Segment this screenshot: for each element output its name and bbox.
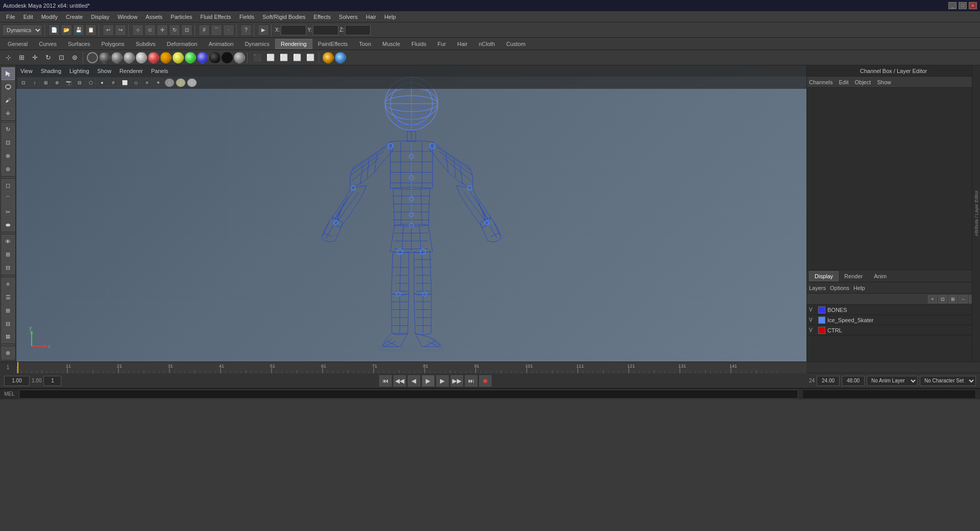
- cut-tool-btn[interactable]: ✂: [2, 206, 15, 219]
- select-tool-btn[interactable]: [2, 67, 15, 80]
- move-tool-btn[interactable]: ✛: [2, 107, 15, 120]
- tab-dynamics[interactable]: Dynamics: [239, 39, 275, 49]
- layer-subtab-help[interactable]: Help: [853, 285, 865, 291]
- menu-modify[interactable]: Modify: [37, 13, 62, 21]
- layer-iss-visible[interactable]: V: [809, 317, 816, 323]
- vp-grid-btn[interactable]: #: [108, 78, 118, 87]
- mode-dropdown[interactable]: Dynamics: [2, 25, 42, 36]
- script-output[interactable]: [802, 390, 976, 399]
- new-file-btn[interactable]: 📄: [48, 25, 60, 36]
- snap-curve-btn[interactable]: ⌒: [211, 25, 222, 36]
- layer-tab-anim[interactable]: Anim: [868, 271, 892, 281]
- tab-painteffects[interactable]: PaintEffects: [312, 39, 354, 49]
- prev-frame-btn[interactable]: ◀: [408, 375, 420, 387]
- layer-bones-color[interactable]: [818, 306, 825, 313]
- render-ipo-btn[interactable]: ⬜: [304, 52, 316, 64]
- shade-gray-btn[interactable]: [234, 52, 245, 63]
- menu-effects[interactable]: Effects: [310, 13, 335, 21]
- menu-hair[interactable]: Hair: [362, 13, 380, 21]
- shade-glass-btn[interactable]: [136, 52, 147, 63]
- timeline-ruler[interactable]: 1: [0, 361, 980, 373]
- cb-tab-show[interactable]: Show: [877, 79, 891, 85]
- timeline-track[interactable]: [16, 362, 806, 373]
- layer-tab-render[interactable]: Render: [839, 271, 868, 281]
- layer-ctrl-visible[interactable]: V: [809, 327, 816, 333]
- undo-btn[interactable]: ↩: [103, 25, 114, 36]
- paint-select-btn[interactable]: 🖌: [2, 94, 15, 107]
- cb-tab-channels[interactable]: Channels: [809, 79, 832, 85]
- viewport[interactable]: View Shading Lighting Show Renderer Pane…: [16, 65, 806, 361]
- shade-color2-btn[interactable]: [160, 52, 172, 63]
- vp-iso-btn[interactable]: ◇: [131, 78, 141, 87]
- vp-scale-btn[interactable]: ⊞: [41, 78, 51, 87]
- menu-fluid-effects[interactable]: Fluid Effects: [197, 13, 235, 21]
- redo-btn[interactable]: ↪: [115, 25, 126, 36]
- layer-row-ctrl[interactable]: V CTRL: [807, 325, 980, 335]
- menu-particles[interactable]: Particles: [166, 13, 196, 21]
- layer-btn-5[interactable]: ⊠: [2, 330, 15, 343]
- layer-bones-visible[interactable]: V: [809, 307, 816, 312]
- save-as-btn[interactable]: 📋: [85, 25, 96, 36]
- shade-color4-btn[interactable]: [185, 52, 196, 63]
- tab-fur[interactable]: Fur: [432, 39, 452, 49]
- x-input[interactable]: [281, 25, 306, 35]
- skip-start-btn[interactable]: ⏮: [379, 375, 391, 387]
- vp-select-all-btn[interactable]: ⊡: [18, 78, 29, 87]
- record-btn[interactable]: ⏺: [479, 375, 492, 387]
- vp-menu-view[interactable]: View: [20, 68, 33, 74]
- character-set-select[interactable]: No Character Set: [920, 376, 976, 386]
- tab-surfaces[interactable]: Surfaces: [62, 39, 95, 49]
- menu-create[interactable]: Create: [62, 13, 87, 21]
- vp-wireframe-btn[interactable]: ⬡: [86, 78, 96, 87]
- vp-light1-btn[interactable]: ○: [164, 78, 175, 87]
- playback-end-input[interactable]: [817, 376, 840, 386]
- light-orb-btn[interactable]: [323, 52, 334, 63]
- tab-polygons[interactable]: Polygons: [95, 39, 130, 49]
- move-icon-btn[interactable]: ✛: [29, 52, 41, 64]
- skip-end-btn[interactable]: ⏭: [465, 375, 477, 387]
- vp-light3-btn[interactable]: ○: [187, 78, 197, 87]
- vp-menu-show[interactable]: Show: [97, 68, 112, 74]
- step-back-btn[interactable]: ◀◀: [394, 375, 406, 387]
- shade-wireframe-btn[interactable]: [87, 52, 98, 63]
- soft-select-btn[interactable]: ⊛: [68, 52, 81, 64]
- manip-tool-btn[interactable]: ⊕: [2, 150, 15, 162]
- tab-toon[interactable]: Toon: [353, 39, 377, 49]
- tab-hair[interactable]: Hair: [452, 39, 473, 49]
- tab-muscle[interactable]: Muscle: [377, 39, 406, 49]
- tab-ncloth[interactable]: nCloth: [473, 39, 501, 49]
- menu-window[interactable]: Window: [113, 13, 141, 21]
- ungroup-btn[interactable]: ⊟: [2, 261, 15, 274]
- tab-curves[interactable]: Curves: [33, 39, 62, 49]
- layer-sel-btn[interactable]: ⊡: [938, 295, 947, 303]
- snap-point-btn[interactable]: ·: [223, 25, 234, 36]
- select-object-btn[interactable]: ⊞: [15, 52, 28, 64]
- vp-manip-btn[interactable]: ⊛: [52, 78, 62, 87]
- layer-subtab-options[interactable]: Options: [830, 285, 849, 291]
- vp-menu-renderer[interactable]: Renderer: [119, 68, 143, 74]
- question-btn[interactable]: ?: [240, 25, 252, 36]
- menu-display[interactable]: Display: [87, 13, 113, 21]
- save-file-btn[interactable]: 💾: [73, 25, 84, 36]
- scale-tool-btn[interactable]: ⊡: [2, 136, 15, 149]
- vp-frame-btn[interactable]: ⬜: [119, 78, 130, 87]
- layer-iss-color[interactable]: [818, 317, 825, 324]
- tab-general[interactable]: General: [2, 39, 33, 49]
- soft-mod-btn[interactable]: ⊛: [2, 163, 15, 176]
- vp-menu-panels[interactable]: Panels: [151, 68, 168, 74]
- vp-smooth-btn[interactable]: ●: [97, 78, 107, 87]
- sketch-btn[interactable]: [335, 52, 346, 63]
- group-btn[interactable]: ⊞: [2, 248, 15, 261]
- tab-rendering[interactable]: Rendering: [275, 39, 312, 49]
- vp-camera-btn[interactable]: 📷: [63, 78, 74, 87]
- rotate-tool-btn[interactable]: ↻: [2, 123, 15, 136]
- layer-tab-display[interactable]: Display: [809, 271, 839, 281]
- shade-metal-btn[interactable]: [124, 52, 135, 63]
- render-full-btn[interactable]: ⬜: [291, 52, 303, 64]
- tab-deformation[interactable]: Deformation: [161, 39, 203, 49]
- shade-plastic-btn[interactable]: [111, 52, 122, 63]
- shade-color1-btn[interactable]: [148, 52, 159, 63]
- render-flip-btn[interactable]: ⬜: [264, 52, 277, 64]
- menu-fields[interactable]: Fields: [235, 13, 258, 21]
- vp-hud-btn[interactable]: ≡: [142, 78, 152, 87]
